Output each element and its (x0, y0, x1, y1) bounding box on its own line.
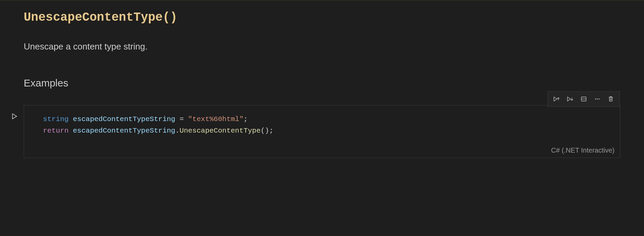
code-line: return escapedContentTypeString.Unescape… (43, 125, 601, 137)
code-cell[interactable]: string escapedContentTypeString = "text%… (24, 105, 620, 158)
split-cell-button[interactable] (578, 93, 590, 105)
punct-token: ; (243, 115, 248, 123)
punct-token: () (261, 127, 269, 135)
keyword-token: return (43, 127, 69, 135)
variable-token: escapedContentTypeString (73, 127, 175, 135)
string-token: "text%60html" (188, 115, 244, 123)
variable-token: escapedContentTypeString (73, 115, 175, 123)
svg-point-2 (595, 99, 596, 100)
code-line: string escapedContentTypeString = "text%… (43, 114, 601, 125)
svg-point-4 (599, 99, 600, 100)
cell-language-label[interactable]: C# (.NET Interactive) (24, 144, 620, 158)
play-down-icon (567, 96, 574, 102)
code-cell-wrapper: string escapedContentTypeString = "text%… (8, 105, 620, 158)
trash-icon (607, 96, 614, 102)
play-up-icon (553, 96, 560, 102)
cell-toolbar (548, 91, 620, 107)
notebook-markdown-content: UnescapeContentType() Unescape a content… (0, 0, 644, 168)
examples-heading: Examples (24, 77, 620, 89)
punct-token: ; (269, 127, 274, 135)
punct-token: . (175, 127, 180, 135)
svg-point-3 (597, 99, 598, 100)
execute-below-button[interactable] (564, 93, 576, 105)
delete-cell-button[interactable] (605, 93, 617, 105)
execute-above-button[interactable] (551, 93, 563, 105)
operator-token: = (175, 115, 188, 123)
method-title: UnescapeContentType() (24, 11, 620, 24)
code-editor[interactable]: string escapedContentTypeString = "text%… (24, 105, 620, 144)
method-token: UnescapeContentType (179, 127, 260, 135)
play-icon (11, 113, 18, 120)
keyword-token: string (43, 115, 69, 123)
ellipsis-icon (594, 96, 601, 102)
method-description: Unescape a content type string. (24, 41, 620, 52)
more-actions-button[interactable] (591, 93, 603, 105)
run-cell-button[interactable] (8, 110, 21, 122)
split-icon (580, 96, 587, 102)
